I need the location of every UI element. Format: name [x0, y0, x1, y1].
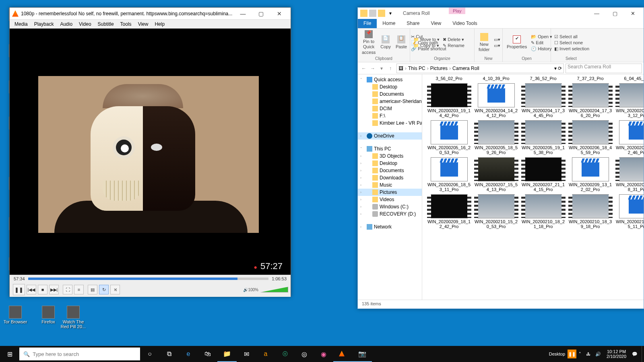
tripadvisor-icon[interactable]: ⦾ — [275, 346, 295, 362]
menu-playback[interactable]: Playback — [31, 21, 57, 27]
select-none-button[interactable]: ☐ Select none — [553, 40, 591, 46]
back-button[interactable]: ← — [359, 64, 368, 73]
cortana-button[interactable]: ○ — [140, 346, 159, 362]
tree-item[interactable]: ›Downloads — [358, 174, 422, 181]
file-item[interactable]: WIN_20200210_18_21_18_Pro — [520, 194, 567, 229]
notifications-icon[interactable]: 💬 — [630, 352, 640, 357]
tab-file[interactable]: File — [358, 19, 377, 28]
camera-taskbar-icon[interactable]: 📷 — [353, 346, 372, 362]
history-button[interactable]: 🕘 History — [529, 46, 554, 52]
file-item[interactable]: WIN_20200207_15_54_13_Pro — [473, 157, 520, 192]
invert-selection-button[interactable]: ◧ Invert selection — [553, 46, 591, 52]
desktop-icon[interactable]: Tor Browser — [2, 306, 29, 324]
maximize-button[interactable]: ▢ — [606, 8, 624, 19]
file-item[interactable]: WIN_20200204_17_34_45_Pro — [520, 83, 567, 118]
close-button[interactable]: ✕ — [270, 8, 288, 19]
menu-media[interactable]: Media — [11, 21, 31, 27]
desktop-icon[interactable]: Firefox — [35, 306, 62, 324]
tray-network-icon[interactable]: 🖧 — [584, 352, 593, 356]
tree-item[interactable]: ›Network — [358, 223, 422, 230]
file-item[interactable]: WIN_20200206_18_53_11_Pro — [425, 157, 473, 192]
tree-item[interactable]: ›Pictures — [358, 189, 422, 196]
ext-settings-button[interactable]: ≡ — [74, 285, 84, 294]
file-grid[interactable]: 3_56_02_Pro4_10_39_Pro7_36_52_Pro7_37_23… — [422, 74, 644, 300]
maximize-button[interactable]: ▢ — [252, 8, 270, 19]
file-item[interactable]: 4_10_39_Pro — [473, 76, 520, 81]
tab-share[interactable]: Share — [401, 19, 425, 28]
mail-icon[interactable]: ✉ — [237, 346, 256, 362]
minimize-button[interactable]: — — [588, 8, 606, 19]
minimize-button[interactable]: — — [234, 8, 252, 19]
file-item[interactable]: WIN_20200210_15_20_53_Pro — [473, 194, 520, 229]
stop-button[interactable]: ■ — [38, 285, 47, 294]
fullscreen-button[interactable]: ⛶ — [63, 285, 72, 294]
volume-slider[interactable] — [260, 287, 288, 292]
explorer-titlebar[interactable]: ▾ Play Camera Roll — ▢ ✕ — [358, 8, 644, 19]
file-item[interactable]: WIN_20200205_16_20_53_Pro — [425, 120, 473, 155]
breadcrumb[interactable]: 🖼› This PC› Pictures› Camera Roll ▾ ⟳ — [396, 64, 564, 73]
file-item[interactable]: WIN_20200204_17_36_20_Pro — [567, 83, 614, 118]
start-button[interactable]: ⊞ — [0, 346, 19, 362]
file-item[interactable]: WIN_20200203_19_14_42_Pro — [425, 83, 473, 118]
search-input[interactable]: Search Camera Roll — [566, 64, 642, 73]
loop-button[interactable]: ↻ — [99, 285, 109, 294]
file-item[interactable]: WIN_20200210_18_39_18_Pro — [567, 194, 614, 229]
tree-item[interactable]: Kimber Lee - VR Pac — [358, 119, 422, 127]
menu-video[interactable]: Video — [76, 21, 94, 27]
tab-home[interactable]: Home — [377, 19, 401, 28]
show-desktop-button[interactable] — [642, 346, 644, 362]
taskbar-search[interactable]: 🔍 Type here to search — [19, 348, 140, 360]
tree-item[interactable]: ›Videos — [358, 196, 422, 203]
store-icon[interactable]: 🛍 — [198, 346, 217, 362]
app-icon[interactable]: ◎ — [295, 346, 314, 362]
file-item[interactable]: WIN_20200209_13_12_02_Pro — [567, 157, 614, 192]
seek-bar[interactable] — [28, 278, 269, 280]
recent-dropdown[interactable]: ▾ — [377, 64, 386, 73]
rename-button[interactable]: ✎ Rename — [441, 43, 466, 49]
tree-item[interactable]: ›Windows (C:) — [358, 203, 422, 210]
tree-item[interactable]: F:\ — [358, 112, 422, 119]
desktop-icon[interactable]: Watch The Red Pill 20... — [60, 306, 87, 329]
tree-item[interactable]: ›Documents — [358, 167, 422, 174]
copy-to-button[interactable]: 📁 Copy to ▾ — [412, 43, 441, 49]
file-item[interactable]: WIN_20200205_18_59_26_Pro — [473, 120, 520, 155]
vlc-video-area[interactable]: 57:27 — [10, 29, 291, 275]
paste-button[interactable]: 📋Paste — [393, 35, 409, 50]
file-item[interactable]: WIN_20200206_18_45_59_Pro — [567, 120, 614, 155]
prev-button[interactable]: |◀◀ — [27, 285, 36, 294]
tab-video-tools[interactable]: Video Tools — [447, 19, 483, 28]
properties-button[interactable]: ✔Properties — [504, 35, 529, 50]
tree-item[interactable]: DCIM — [358, 105, 422, 112]
tree-item[interactable]: ›3D Objects — [358, 152, 422, 160]
file-item[interactable]: WIN_20200207_21_14_15_Pro — [520, 157, 567, 192]
shuffle-button[interactable]: ⤨ — [110, 285, 120, 294]
open-button[interactable]: 📂 Open ▾ — [529, 34, 554, 40]
tree-item[interactable]: ›RECOVERY (D:) — [358, 210, 422, 218]
menu-tools[interactable]: Tools — [117, 21, 135, 27]
tree-item[interactable]: ›OneDrive — [358, 132, 422, 140]
menu-audio[interactable]: Audio — [57, 21, 76, 27]
file-item[interactable]: WIN_20200210_11_15_11_Pro — [614, 194, 644, 229]
file-item[interactable]: 3_56_02_Pro — [425, 76, 473, 81]
tree-item[interactable]: ˅Quick access — [358, 76, 422, 83]
qat-props-icon[interactable] — [369, 10, 376, 17]
tree-item[interactable]: Desktop — [358, 83, 422, 90]
file-item[interactable]: WIN_20200209_16_08_31_Pro — [614, 157, 644, 192]
file-item[interactable]: 7_36_52_Pro — [520, 76, 567, 81]
file-item[interactable]: 6_04_45_Pro — [614, 76, 644, 81]
file-item[interactable]: WIN_20200206_18_52_46_Pro — [614, 120, 644, 155]
forward-button[interactable]: → — [368, 64, 377, 73]
vlc-taskbar-icon[interactable] — [333, 346, 353, 362]
select-all-button[interactable]: ☑ Select all — [553, 34, 591, 40]
menu-help[interactable]: Help — [151, 21, 168, 27]
delete-button[interactable]: ✖ Delete ▾ — [441, 37, 466, 43]
move-to-button[interactable]: 📁 Move to ▾ — [412, 37, 441, 43]
file-item[interactable]: WIN_20200204_18_03_12_Pro — [614, 83, 644, 118]
file-item[interactable]: 7_37_23_Pro — [567, 76, 614, 81]
tree-item[interactable]: ›Music — [358, 181, 422, 189]
copy-button[interactable]: 📄Copy — [378, 35, 393, 50]
tray-desktop-label[interactable]: Desktop — [547, 352, 568, 356]
new-folder-button[interactable]: New folder — [476, 32, 492, 53]
close-button[interactable]: ✕ — [624, 8, 642, 19]
tree-item[interactable]: Documents — [358, 90, 422, 98]
